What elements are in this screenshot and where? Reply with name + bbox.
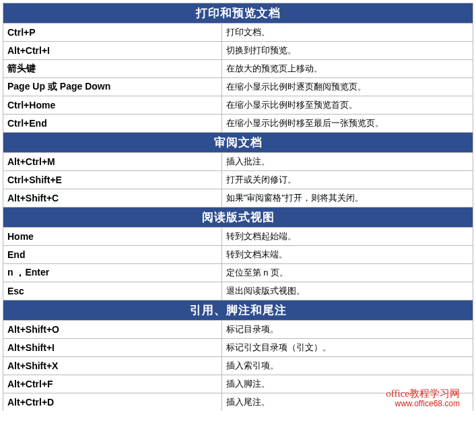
shortcut-cell: Home xyxy=(3,228,222,246)
description-cell: 插入索引项。 xyxy=(222,357,473,375)
shortcut-cell: End xyxy=(3,246,222,264)
shortcut-cell: Esc xyxy=(3,282,222,300)
description-cell: 插入尾注。 xyxy=(222,393,473,412)
section-header: 审阅文档 xyxy=(3,133,473,153)
description-cell: 标记引文目录项（引文）。 xyxy=(222,339,473,357)
shortcut-cell: Alt+Shift+X xyxy=(3,357,222,375)
description-cell: 打印文档。 xyxy=(222,24,473,42)
shortcut-cell: Alt+Ctrl+M xyxy=(3,153,222,171)
section-header: 引用、脚注和尾注 xyxy=(3,300,473,321)
table-row: Alt+Ctrl+M插入批注。 xyxy=(3,153,473,171)
section-header: 阅读版式视图 xyxy=(3,207,473,228)
description-cell: 插入脚注。 xyxy=(222,375,473,393)
table-row: Ctrl+End在缩小显示比例时移至最后一张预览页。 xyxy=(3,115,473,133)
table-row: Ctrl+Home在缩小显示比例时移至预览首页。 xyxy=(3,96,473,115)
table-row: Alt+Shift+O标记目录项。 xyxy=(3,321,473,339)
section-header: 打印和预览文档 xyxy=(3,3,473,24)
table-row: Ctrl+P打印文档。 xyxy=(3,24,473,42)
description-cell: 如果"审阅窗格"打开，则将其关闭。 xyxy=(222,189,473,207)
table-row: Alt+Shift+X插入索引项。 xyxy=(3,357,473,375)
shortcut-cell: n ，Enter xyxy=(3,264,222,282)
description-cell: 标记目录项。 xyxy=(222,321,473,339)
shortcut-table: 打印和预览文档Ctrl+P打印文档。Alt+Ctrl+I切换到打印预览。箭头键在… xyxy=(3,3,473,411)
description-cell: 在缩小显示比例时逐页翻阅预览页。 xyxy=(222,78,473,96)
description-cell: 切换到打印预览。 xyxy=(222,42,473,60)
shortcut-cell: Ctrl+P xyxy=(3,24,222,42)
table-row: Alt+Ctrl+F插入脚注。 xyxy=(3,375,473,393)
shortcut-cell: 箭头键 xyxy=(3,60,222,78)
table-row: Alt+Shift+I标记引文目录项（引文）。 xyxy=(3,339,473,357)
table-row: Alt+Shift+C如果"审阅窗格"打开，则将其关闭。 xyxy=(3,189,473,207)
table-row: n ，Enter定位至第 n 页。 xyxy=(3,264,473,282)
shortcut-cell: Alt+Ctrl+I xyxy=(3,42,222,60)
table-row: Home转到文档起始端。 xyxy=(3,228,473,246)
table-row: Esc退出阅读版式视图。 xyxy=(3,282,473,300)
table-row: Alt+Ctrl+I切换到打印预览。 xyxy=(3,42,473,60)
table-row: Ctrl+Shift+E打开或关闭修订。 xyxy=(3,171,473,189)
description-cell: 在缩小显示比例时移至最后一张预览页。 xyxy=(222,115,473,133)
shortcut-cell: Alt+Shift+O xyxy=(3,321,222,339)
shortcut-cell: Alt+Ctrl+D xyxy=(3,393,222,412)
description-cell: 转到文档起始端。 xyxy=(222,228,473,246)
shortcut-cell: Alt+Ctrl+F xyxy=(3,375,222,393)
description-cell: 在放大的预览页上移动。 xyxy=(222,60,473,78)
shortcut-cell: Page Up 或 Page Down xyxy=(3,78,222,96)
description-cell: 退出阅读版式视图。 xyxy=(222,282,473,300)
description-cell: 定位至第 n 页。 xyxy=(222,264,473,282)
shortcut-cell: Ctrl+Shift+E xyxy=(3,171,222,189)
shortcut-cell: Ctrl+End xyxy=(3,115,222,133)
table-row: Page Up 或 Page Down在缩小显示比例时逐页翻阅预览页。 xyxy=(3,78,473,96)
description-cell: 插入批注。 xyxy=(222,153,473,171)
table-row: Alt+Ctrl+D插入尾注。 xyxy=(3,393,473,412)
description-cell: 转到文档末端。 xyxy=(222,246,473,264)
shortcut-cell: Alt+Shift+I xyxy=(3,339,222,357)
shortcut-cell: Ctrl+Home xyxy=(3,96,222,115)
table-row: End转到文档末端。 xyxy=(3,246,473,264)
shortcut-cell: Alt+Shift+C xyxy=(3,189,222,207)
table-row: 箭头键在放大的预览页上移动。 xyxy=(3,60,473,78)
description-cell: 打开或关闭修订。 xyxy=(222,171,473,189)
description-cell: 在缩小显示比例时移至预览首页。 xyxy=(222,96,473,115)
